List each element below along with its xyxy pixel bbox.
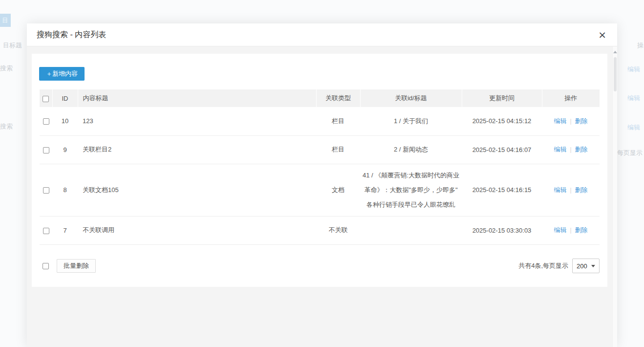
bg-sidebar-label-3: 搜索 (0, 122, 13, 131)
table-row: 7 不关联调用 不关联 2025-02-15 03:30:03 编辑|删除 (40, 216, 600, 244)
action-separator: | (570, 187, 571, 194)
record-count-summary: 共有4条,每页显示 (518, 261, 568, 270)
bg-edit-link-remnant: 编辑 (627, 123, 640, 132)
cell-actions: 编辑|删除 (542, 164, 600, 216)
cell-title: 123 (78, 107, 316, 135)
col-header-rel-id: 关联id/标题 (360, 89, 462, 107)
cell-rel-type: 文档 (316, 164, 360, 216)
col-header-rel-type: 关联类型 (316, 89, 360, 107)
table-row: 10 123 栏目 1 / 关于我们 2025-02-15 04:15:12 编… (40, 107, 600, 135)
cell-rel-type: 栏目 (316, 107, 360, 135)
modal-title: 搜狗搜索 - 内容列表 (37, 30, 106, 40)
page-size-select[interactable]: 200 (572, 259, 600, 273)
table-row: 8 关联文档105 文档 41 / 《颠覆营销:大数据时代的商业革命》：大数据"… (40, 164, 600, 216)
cell-updated: 2025-02-15 04:16:07 (462, 135, 542, 164)
select-all-checkbox[interactable] (43, 96, 49, 102)
col-header-actions: 操作 (542, 89, 600, 107)
bg-sidebar-label-2: 搜索 (0, 64, 13, 73)
content-list-modal: 搜狗搜索 - 内容列表 × ＋新增内容 ID 内容标题 关联类型 关联id (27, 23, 617, 347)
footer-select-all-checkbox[interactable] (43, 263, 49, 269)
edit-link[interactable]: 编辑 (554, 186, 566, 194)
cell-actions: 编辑|删除 (542, 216, 600, 244)
add-content-button[interactable]: ＋新增内容 (39, 67, 85, 81)
action-separator: | (570, 227, 571, 234)
action-separator: | (570, 118, 571, 125)
cell-rel-id-title: 2 / 新闻动态 (360, 135, 462, 164)
cell-rel-id-title: 41 / 《颠覆营销:大数据时代的商业革命》：大数据"多即少，少即多" 各种行销… (360, 164, 462, 216)
edit-link[interactable]: 编辑 (554, 146, 566, 153)
cell-actions: 编辑|删除 (542, 107, 600, 135)
bg-edit-link-remnant: 编辑 (627, 94, 640, 103)
bg-sidebar-active-item: 目 (0, 14, 11, 27)
bg-column-header-remnant: 操 (637, 41, 644, 50)
cell-updated: 2025-02-15 04:15:12 (462, 107, 542, 135)
row-checkbox[interactable] (43, 187, 49, 194)
content-panel: ＋新增内容 ID 内容标题 关联类型 关联id/标题 更新时间 操作 (32, 54, 607, 287)
col-header-updated: 更新时间 (462, 89, 542, 107)
col-header-title: 内容标题 (78, 89, 316, 107)
bg-edit-link-remnant: 编辑 (627, 65, 640, 74)
close-icon[interactable]: × (598, 30, 606, 40)
cell-actions: 编辑|删除 (542, 135, 600, 164)
cell-rel-type: 栏目 (316, 135, 360, 164)
bg-pagination-remnant: 每页显示 (617, 149, 643, 157)
edit-link[interactable]: 编辑 (554, 117, 566, 125)
col-header-id: ID (52, 89, 78, 107)
cell-id: 10 (52, 107, 78, 135)
cell-id: 8 (52, 164, 78, 216)
content-table: ID 内容标题 关联类型 关联id/标题 更新时间 操作 10 123 栏目 1… (40, 89, 600, 245)
cell-rel-id-title (360, 216, 462, 244)
page-size-value: 200 (577, 262, 587, 270)
delete-link[interactable]: 删除 (575, 186, 588, 194)
panel-footer: 批量删除 共有4条,每页显示 200 (40, 252, 600, 280)
chevron-down-icon (591, 265, 595, 267)
scroll-up-icon[interactable] (613, 51, 617, 53)
bg-sidebar-label-1: 目标题 (3, 41, 22, 50)
modal-header: 搜狗搜索 - 内容列表 × (27, 23, 617, 46)
row-checkbox[interactable] (43, 118, 49, 125)
modal-scrollbar[interactable] (612, 46, 617, 347)
cell-rel-id-title: 1 / 关于我们 (360, 107, 462, 135)
table-row: 9 关联栏目2 栏目 2 / 新闻动态 2025-02-15 04:16:07 … (40, 135, 600, 164)
cell-id: 9 (52, 135, 78, 164)
modal-body: ＋新增内容 ID 内容标题 关联类型 关联id/标题 更新时间 操作 (27, 46, 617, 347)
row-checkbox[interactable] (43, 228, 49, 234)
edit-link[interactable]: 编辑 (554, 226, 566, 234)
cell-updated: 2025-02-15 03:30:03 (462, 216, 542, 244)
action-separator: | (570, 146, 571, 153)
delete-link[interactable]: 删除 (575, 117, 588, 125)
delete-link[interactable]: 删除 (575, 226, 588, 234)
table-header-row: ID 内容标题 关联类型 关联id/标题 更新时间 操作 (40, 89, 600, 107)
row-checkbox[interactable] (43, 147, 49, 153)
cell-id: 7 (52, 216, 78, 244)
cell-title: 关联文档105 (78, 164, 316, 216)
scrollbar-thumb[interactable] (614, 57, 617, 91)
cell-rel-type: 不关联 (316, 216, 360, 244)
cell-title: 关联栏目2 (78, 135, 316, 164)
cell-title: 不关联调用 (78, 216, 316, 244)
cell-updated: 2025-02-15 04:16:15 (462, 164, 542, 216)
batch-delete-button[interactable]: 批量删除 (57, 259, 96, 273)
delete-link[interactable]: 删除 (575, 146, 588, 153)
